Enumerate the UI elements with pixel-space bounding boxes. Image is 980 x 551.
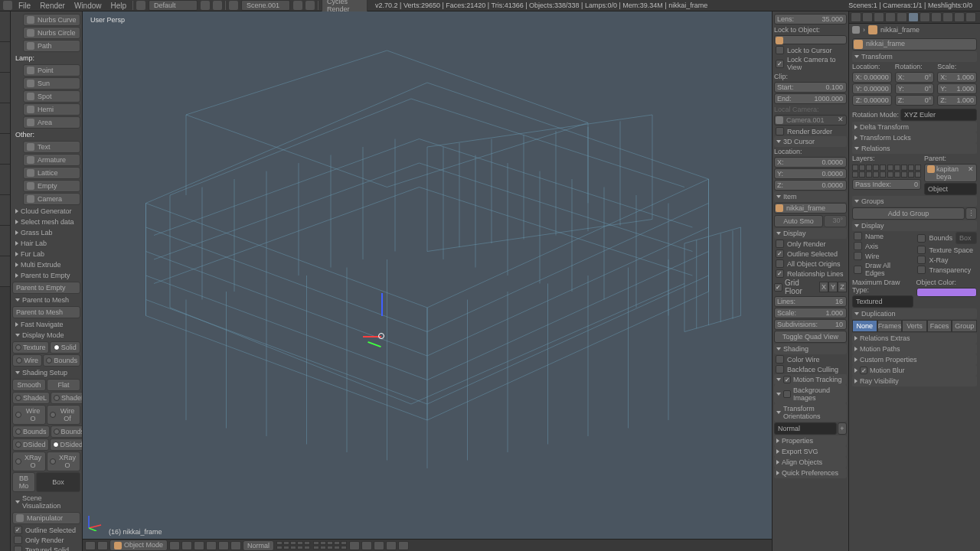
grid-scale[interactable]: Scale:1.000	[774, 308, 847, 318]
object-color-swatch[interactable]	[916, 288, 978, 297]
check-only-render[interactable]: Only Render	[12, 535, 80, 545]
orientation-add[interactable]: +	[838, 422, 847, 435]
axis-x[interactable]: X	[819, 282, 828, 292]
local-camera-field[interactable]: Camera.001✕	[774, 115, 847, 126]
editor-type-icon[interactable]	[85, 541, 96, 550]
disp-wire[interactable]: Wire	[852, 251, 913, 261]
sec-fast-nav[interactable]: Fast Navigate	[12, 319, 80, 330]
scale-y[interactable]: Y:1.000	[937, 83, 977, 94]
sec-rel-extras[interactable]: Relations Extras	[852, 333, 977, 344]
rot-y[interactable]: Y:0°	[895, 83, 935, 94]
add-lattice[interactable]: Lattice	[23, 167, 80, 179]
dsided-on[interactable]: DSided	[12, 439, 49, 451]
scene-browse-icon[interactable]	[229, 1, 238, 10]
btn-icon[interactable]	[201, 1, 210, 10]
mode-select[interactable]: Object Mode	[109, 540, 168, 551]
orientation-select[interactable]: Normal	[243, 540, 274, 551]
sec-export-svg[interactable]: Export SVG	[774, 446, 847, 457]
add-path[interactable]: Path	[23, 40, 80, 52]
shader[interactable]: ShadeL	[51, 392, 83, 404]
max-draw-type[interactable]: Textured	[852, 295, 913, 308]
tool-tab[interactable]	[0, 11, 10, 42]
lock-camera-check[interactable]: Lock Camera to View	[774, 55, 847, 72]
rot-x[interactable]: X:0°	[895, 72, 935, 83]
sec-parent-mesh[interactable]: Parent to Mesh	[12, 295, 80, 305]
clip-start[interactable]: Start:0.100	[774, 82, 847, 93]
sec-align[interactable]: Align Objects	[774, 457, 847, 468]
prop-tab[interactable]	[965, 12, 976, 22]
parent-to-mesh-btn[interactable]: Parent to Mesh	[12, 306, 80, 318]
sec-fur[interactable]: Fur Lab	[12, 249, 80, 259]
loc-y[interactable]: Y: 0.00000	[852, 83, 892, 94]
sec-motion-tracking[interactable]: Motion Tracking	[774, 374, 847, 385]
proportional-icon[interactable]	[386, 541, 397, 550]
btn-icon[interactable]	[213, 1, 222, 10]
display-wire[interactable]: Wire	[12, 354, 42, 367]
3d-viewport[interactable]: User Persp	[83, 11, 772, 551]
sec-select-mesh[interactable]: Select mesh data	[12, 217, 80, 227]
sec-quick-pref[interactable]: Quick Preferences	[774, 468, 847, 478]
xray-on[interactable]: XRay O	[12, 452, 46, 471]
parent-to-empty-btn[interactable]: Parent to Empty	[12, 282, 80, 294]
sec-multi-extrude[interactable]: Multi Extrude	[12, 259, 80, 270]
rotate-icon[interactable]	[218, 541, 229, 550]
tool-tab[interactable]	[0, 195, 10, 226]
sec-display-mode[interactable]: Display Mode	[12, 330, 80, 341]
prop-tab[interactable]	[885, 12, 896, 22]
screen-layout[interactable]: Default	[149, 0, 198, 11]
item-name-field[interactable]: nikkai_frame	[774, 203, 847, 214]
disp-bounds[interactable]: Bounds	[916, 231, 954, 245]
rel-lines-check[interactable]: Relationship Lines	[774, 269, 847, 279]
outline-sel-check[interactable]: Outline Selected	[774, 249, 847, 259]
manipulator-btn[interactable]: Manipulator	[12, 512, 80, 524]
sec-shading[interactable]: Shading Setup	[12, 367, 80, 378]
xray-off[interactable]: XRay O	[47, 452, 80, 471]
sec-relations[interactable]: Relations	[852, 143, 977, 154]
sec-transform[interactable]: Transform	[852, 51, 977, 62]
menu-window[interactable]: Window	[70, 2, 106, 10]
sec-ray-vis[interactable]: Ray Visibility	[852, 376, 977, 386]
bb-mode[interactable]: BB Mo	[12, 472, 35, 492]
viewport-shading-icon[interactable]	[169, 541, 180, 550]
scale-icon[interactable]	[230, 541, 241, 550]
sec-groups[interactable]: Groups	[852, 196, 977, 207]
rot-z[interactable]: Z:0°	[895, 95, 935, 106]
sec-3d-cursor[interactable]: 3D Cursor	[774, 136, 847, 147]
dsided-off[interactable]: DSided	[50, 439, 83, 451]
all-origins-check[interactable]: All Object Origins	[774, 259, 847, 269]
render-icon[interactable]	[398, 541, 409, 550]
add-camera[interactable]: Camera	[23, 193, 80, 205]
menu-render[interactable]: Render	[35, 2, 70, 10]
lock-cursor-check[interactable]: Lock to Cursor	[774, 45, 847, 55]
sec-item[interactable]: Item	[774, 191, 847, 202]
object-name-field[interactable]: nikkai_frame	[852, 38, 977, 51]
add-spot[interactable]: Spot	[23, 90, 80, 103]
sec-hair[interactable]: Hair Lab	[12, 238, 80, 249]
layer-buttons[interactable]	[276, 541, 310, 549]
bounds-type[interactable]: Box	[956, 232, 977, 244]
scene-name[interactable]: Scene.001	[241, 0, 290, 11]
disp-axis[interactable]: Axis	[852, 241, 913, 251]
sec-cloud[interactable]: Cloud Generator	[12, 206, 80, 217]
add-to-group[interactable]: Add to Group	[852, 207, 965, 220]
display-bounds[interactable]: Bounds	[43, 354, 80, 367]
auto-smooth[interactable]: Auto Smo	[774, 215, 823, 227]
sec-motion-paths[interactable]: Motion Paths	[852, 344, 977, 354]
sec-custom-props[interactable]: Custom Properties	[852, 354, 977, 365]
add-nurbs-curve[interactable]: Nurbs Curve	[23, 14, 80, 26]
dup-faces[interactable]: Faces	[927, 320, 952, 332]
sec-bg-images[interactable]: Background Images	[774, 385, 847, 403]
layers-grid[interactable]	[852, 165, 921, 178]
rot-mode-dropdown[interactable]: XYZ Euler	[900, 109, 977, 121]
sec-motion-blur[interactable]: Motion Blur	[852, 365, 977, 376]
add-sun[interactable]: Sun	[23, 77, 80, 90]
sec-display[interactable]: Display	[774, 228, 847, 239]
cursor-z[interactable]: Z:0.0000	[774, 180, 847, 191]
layer-buttons-2[interactable]	[313, 541, 347, 549]
dup-verts[interactable]: Verts	[902, 320, 927, 332]
toggle-quad-view[interactable]: Toggle Quad View	[774, 331, 847, 343]
scale-z[interactable]: Z:1.000	[937, 95, 977, 106]
tool-tab[interactable]	[0, 134, 10, 165]
btn-icon[interactable]	[305, 1, 315, 10]
view-menu-icon[interactable]	[97, 541, 108, 550]
